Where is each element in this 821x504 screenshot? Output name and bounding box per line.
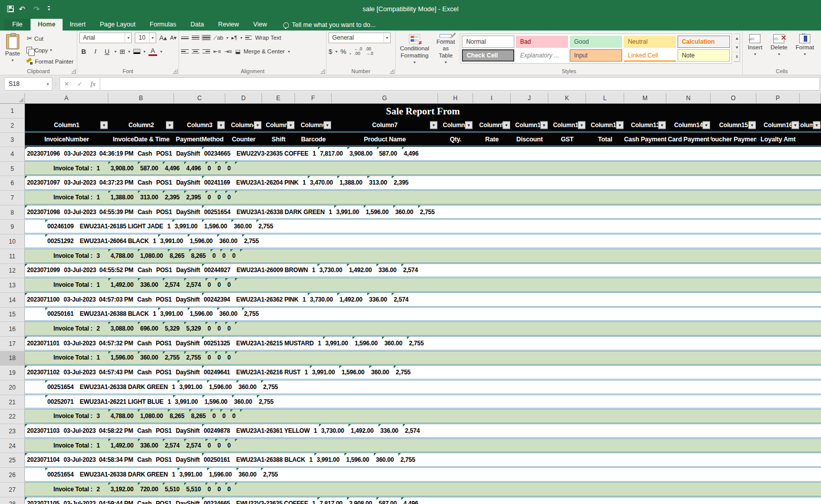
cell-L22[interactable]: 8,265 (168, 409, 189, 423)
cell-D22[interactable] (37, 409, 41, 423)
filter-cell[interactable]: Column9▼ (473, 118, 511, 131)
column-header-N[interactable]: N (666, 93, 711, 103)
filter-dropdown-button[interactable]: ▼ (287, 121, 295, 129)
cell-B5[interactable] (29, 162, 33, 175)
row-header-24[interactable]: 24 (0, 439, 25, 454)
cell-L20[interactable]: 2,755 (261, 380, 282, 394)
fill-color-button[interactable] (133, 49, 140, 54)
cell-G13[interactable]: Invoice Total : (49, 278, 95, 291)
cell-G18[interactable]: Invoice Total : (49, 351, 95, 365)
row-header-4[interactable]: 4 (0, 147, 25, 162)
cell-Q24[interactable] (235, 439, 242, 452)
tab-formulas[interactable]: Formulas (142, 19, 183, 31)
cell-D13[interactable] (37, 278, 41, 291)
cell-J17[interactable]: 1,596.00 (353, 337, 382, 350)
row-header-5[interactable]: 5 (0, 162, 25, 176)
table-header-cell[interactable] (800, 133, 821, 145)
cell-G5[interactable]: Invoice Total : (49, 162, 95, 175)
cell-E26[interactable] (41, 468, 45, 481)
cell-E17[interactable]: DayShift (173, 337, 201, 350)
row-header-20[interactable]: 20 (0, 380, 25, 395)
cell-K8[interactable]: 360.00 (393, 205, 418, 219)
cell-O5[interactable]: 0 (215, 162, 225, 175)
cell-M23[interactable] (424, 424, 431, 437)
cell-H24[interactable]: 1 (95, 439, 102, 452)
cell-A25[interactable]: 2023071104 (25, 453, 62, 466)
cell-O21[interactable] (291, 395, 298, 408)
cell-G14[interactable]: EWU23A1-26362 PINK (232, 293, 300, 306)
cell-M13[interactable]: 2,574 (184, 278, 206, 291)
filter-dropdown-button[interactable]: ▼ (813, 121, 820, 129)
cell-G4[interactable]: EWU22V3-23635 COFFEE (232, 147, 310, 160)
cell-I7[interactable] (102, 191, 108, 204)
underline-button[interactable]: U (103, 48, 111, 55)
cell-P26[interactable] (302, 468, 309, 481)
cell-L16[interactable]: 5,329 (163, 322, 184, 335)
cell-H14[interactable]: 1 (301, 293, 308, 306)
filter-dropdown-button[interactable]: ▼ (503, 121, 510, 129)
cell-G17[interactable]: EWU23A1-26215 MUSTARD (232, 337, 315, 350)
cell-J24[interactable]: 1,492.00 (108, 439, 138, 452)
cell-Q23[interactable] (451, 424, 457, 437)
cell-E13[interactable] (41, 278, 45, 291)
cell-D7[interactable] (37, 191, 41, 204)
cell-N9[interactable] (284, 220, 291, 233)
cell-K7[interactable]: 313.00 (138, 191, 163, 204)
cell-K25[interactable]: 360.00 (374, 453, 399, 466)
cell-N16[interactable]: 0 (206, 322, 215, 335)
row-header-28[interactable]: 28 (0, 497, 25, 504)
cell-H18[interactable]: 1 (95, 351, 102, 365)
styles-scroll-up-button[interactable]: ▲ (734, 34, 740, 43)
filter-cell[interactable]: Column14▼ (666, 118, 711, 131)
cell-H26[interactable]: 1 (170, 468, 177, 481)
cell-M17[interactable] (428, 337, 435, 350)
cell-L15[interactable]: 2,755 (242, 308, 263, 321)
cell-I17[interactable]: 3,991.00 (323, 337, 353, 350)
middle-align-button[interactable] (192, 36, 199, 40)
cell-K16[interactable]: 696.00 (138, 322, 163, 335)
cell-I20[interactable]: 3,991.00 (178, 380, 207, 394)
cell-A12[interactable]: 2023071099 (25, 264, 62, 277)
cell-N6[interactable] (420, 176, 426, 189)
cell-F10[interactable]: 00251292 (45, 234, 76, 248)
cell-I5[interactable] (102, 162, 108, 175)
filter-cell[interactable]: Column3▼ (174, 118, 225, 131)
cell-Q17[interactable] (455, 337, 461, 350)
cell-N21[interactable] (285, 395, 291, 408)
cell-F15[interactable]: 00250161 (45, 308, 76, 321)
select-all-corner[interactable] (0, 93, 25, 103)
cell-M18[interactable]: 2,755 (184, 351, 206, 365)
cell-M7[interactable]: 2,395 (184, 191, 206, 204)
cell-K9[interactable]: 360.00 (231, 220, 256, 233)
cell-B11[interactable] (29, 249, 33, 262)
row-header-26[interactable]: 26 (0, 468, 25, 483)
cell-C27[interactable] (33, 483, 37, 496)
cell-I26[interactable]: 3,991.00 (178, 468, 207, 481)
cell-J6[interactable]: 1,388.00 (337, 176, 367, 189)
cell-A14[interactable]: 2023071100 (25, 293, 62, 306)
cell-P22[interactable]: 0 (230, 409, 240, 423)
cell-M15[interactable] (263, 308, 270, 321)
cell-O24[interactable]: 0 (215, 439, 225, 452)
cell-D28[interactable]: POS1 (154, 497, 173, 504)
cell-Q26[interactable] (309, 468, 315, 481)
cell-M14[interactable] (413, 293, 420, 306)
cell-B22[interactable] (29, 409, 33, 423)
cell-E16[interactable] (41, 322, 45, 335)
row-header-10[interactable]: 10 (0, 234, 25, 249)
cell-P13[interactable]: 0 (225, 278, 235, 291)
cell-I12[interactable]: 3,730.00 (317, 264, 347, 277)
cell-N14[interactable] (420, 293, 426, 306)
cell-P6[interactable] (433, 176, 439, 189)
cell-A6[interactable]: 2023071097 (25, 176, 62, 189)
row-header-8[interactable]: 8 (0, 205, 25, 220)
cell-L25[interactable]: 2,755 (398, 453, 420, 466)
row-header-18[interactable]: 18 (0, 351, 25, 366)
row-header-13[interactable]: 13 (0, 278, 25, 293)
cell-O22[interactable]: 0 (220, 409, 230, 423)
column-header-K[interactable]: K (548, 93, 586, 103)
copy-button[interactable]: Copy▾ (25, 45, 75, 55)
cell-M10[interactable] (263, 234, 270, 248)
cell-C22[interactable] (33, 409, 37, 423)
cell-F11[interactable] (45, 249, 49, 262)
